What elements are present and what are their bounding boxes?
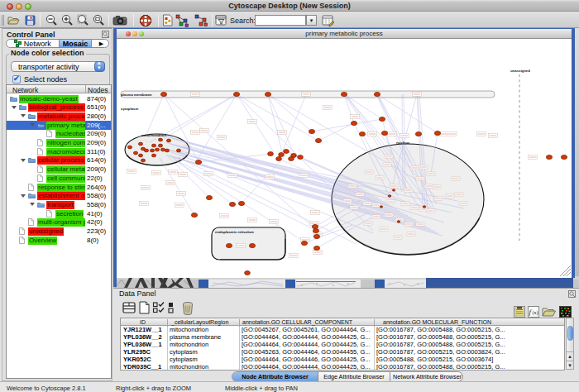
svg-text:mitochondrion: mitochondrion <box>141 133 166 137</box>
svg-text:cytoplasm: cytoplasm <box>121 107 138 111</box>
svg-text:endoplasmic reticulum: endoplasmic reticulum <box>215 230 254 234</box>
svg-text:(x): (x) <box>533 310 538 316</box>
svg-text:nucleus: nucleus <box>396 141 410 145</box>
svg-text:unassigned: unassigned <box>510 69 530 73</box>
svg-text:plasma membrane: plasma membrane <box>121 93 152 97</box>
